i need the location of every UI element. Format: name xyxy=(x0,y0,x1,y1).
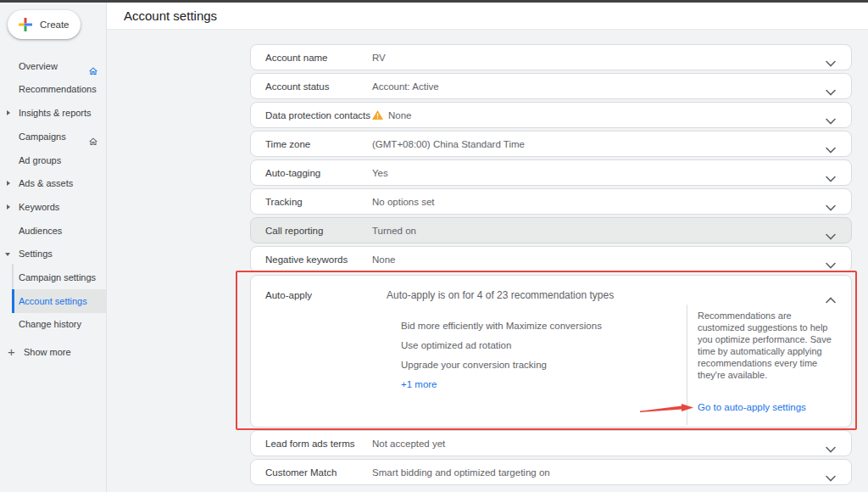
row-value: Smart bidding and optimized targeting on xyxy=(372,467,550,478)
chevron-down-icon[interactable] xyxy=(826,171,836,186)
row-label: Auto-tagging xyxy=(251,168,372,178)
sidebar-item-audiences[interactable]: Audiences xyxy=(0,219,106,243)
row-lead-form-ads-terms[interactable]: Lead form ads terms Not accepted yet xyxy=(250,430,852,456)
more-items-link[interactable]: +1 more xyxy=(401,379,437,389)
row-label: Call reporting xyxy=(251,226,372,236)
sidebar-item-campaign-settings[interactable]: Campaign settings xyxy=(0,266,106,289)
row-value: None xyxy=(372,254,396,265)
chevron-down-icon[interactable] xyxy=(826,142,836,157)
row-label: Lead form ads terms xyxy=(251,439,372,449)
row-value: (GMT+08:00) China Standard Time xyxy=(372,139,525,149)
sidebar-item-label: Campaign settings xyxy=(19,272,96,282)
row-account-name[interactable]: Account name RV xyxy=(250,44,852,70)
row-auto-tagging[interactable]: Auto-tagging Yes xyxy=(250,159,852,186)
row-customer-match[interactable]: Customer Match Smart bidding and optimiz… xyxy=(250,459,852,485)
sidebar-item-label: Insights & reports xyxy=(19,108,92,118)
sidebar-item-campaigns[interactable]: Campaigns xyxy=(0,125,106,148)
chevron-up-icon[interactable] xyxy=(826,292,836,307)
plus-icon: + xyxy=(8,340,15,364)
row-auto-apply-expanded[interactable]: Auto-apply Auto-apply is on for 4 of 23 … xyxy=(250,275,852,428)
row-value: Account: Active xyxy=(372,81,439,92)
chevron-down-icon[interactable] xyxy=(826,228,836,243)
sidebar: Create Overview Recommendations Insights… xyxy=(0,3,107,492)
sidebar-item-label: Overview xyxy=(19,61,58,71)
create-plus-icon xyxy=(19,18,32,31)
chevron-down-icon[interactable] xyxy=(826,257,836,272)
sidebar-item-label: Settings xyxy=(19,249,53,259)
sidebar-item-label: Campaigns xyxy=(19,131,66,142)
page-header: Account settings xyxy=(107,3,868,30)
sidebar-item-label: Keywords xyxy=(19,202,59,212)
row-value: Yes xyxy=(372,168,388,178)
go-to-auto-apply-settings-link[interactable]: Go to auto-apply settings xyxy=(698,402,806,412)
page-title: Account settings xyxy=(107,3,868,30)
row-value: RV xyxy=(372,53,386,63)
row-label: Time zone xyxy=(251,139,372,149)
sidebar-item-label: Ads & assets xyxy=(19,178,73,188)
top-edge-strip xyxy=(0,0,868,3)
auto-apply-description: Recommendations are customized suggestio… xyxy=(698,310,838,381)
row-value: None xyxy=(372,110,412,120)
row-value: No options set xyxy=(372,197,435,207)
sidebar-item-label: Ad groups xyxy=(19,155,61,165)
chevron-down-icon[interactable] xyxy=(826,470,836,485)
row-label: Negative keywords xyxy=(251,254,372,265)
row-label: Customer Match xyxy=(251,467,372,478)
sidebar-item-keywords[interactable]: Keywords xyxy=(0,195,106,219)
sidebar-item-label: Audiences xyxy=(19,226,62,236)
row-label: Auto-apply xyxy=(265,290,312,300)
row-data-protection-contacts[interactable]: Data protection contacts None xyxy=(250,102,852,128)
create-button[interactable]: Create xyxy=(8,10,81,39)
auto-apply-item: Upgrade your conversion tracking xyxy=(401,359,547,371)
sidebar-item-ads-assets[interactable]: Ads & assets xyxy=(0,171,106,195)
sidebar-item-settings[interactable]: Settings xyxy=(0,242,106,266)
sidebar-item-label: Change history xyxy=(19,319,81,329)
expand-down-icon xyxy=(5,253,10,256)
chevron-down-icon[interactable] xyxy=(826,55,836,70)
chevron-down-icon[interactable] xyxy=(826,84,836,99)
row-account-status[interactable]: Account status Account: Active xyxy=(250,73,852,99)
chevron-down-icon[interactable] xyxy=(826,113,836,128)
row-value: Not accepted yet xyxy=(372,439,445,449)
vertical-divider xyxy=(687,305,687,425)
chevron-down-icon[interactable] xyxy=(826,441,836,456)
row-time-zone[interactable]: Time zone (GMT+08:00) China Standard Tim… xyxy=(250,131,852,157)
sidebar-item-label: Recommendations xyxy=(19,84,97,94)
auto-apply-item: Use optimized ad rotation xyxy=(401,339,511,351)
row-label: Data protection contacts xyxy=(251,110,372,120)
auto-apply-item: Bid more efficiently with Maximize conve… xyxy=(401,320,602,332)
sidebar-item-ad-groups[interactable]: Ad groups xyxy=(0,148,106,172)
auto-apply-summary: Auto-apply is on for 4 of 23 recommendat… xyxy=(387,289,614,301)
row-label: Tracking xyxy=(251,197,372,207)
settings-accordion: Account name RV Account status Account: … xyxy=(250,44,852,488)
sidebar-item-insights-reports[interactable]: Insights & reports xyxy=(0,101,106,125)
sidebar-item-label: Account settings xyxy=(19,296,87,306)
row-tracking[interactable]: Tracking No options set xyxy=(250,188,852,215)
row-label: Account name xyxy=(251,53,372,63)
expand-right-icon xyxy=(7,181,10,186)
sidebar-item-overview[interactable]: Overview xyxy=(0,54,106,78)
row-label: Account status xyxy=(251,81,372,92)
expand-right-icon xyxy=(7,204,10,210)
sidebar-item-account-settings[interactable]: Account settings xyxy=(12,289,106,313)
expand-right-icon xyxy=(7,110,10,115)
row-value: Turned on xyxy=(372,226,416,236)
warning-icon xyxy=(372,110,383,120)
show-more-button[interactable]: + Show more xyxy=(0,340,106,364)
sidebar-item-recommendations[interactable]: Recommendations xyxy=(0,77,106,101)
row-negative-keywords[interactable]: Negative keywords None xyxy=(250,246,852,272)
row-call-reporting[interactable]: Call reporting Turned on xyxy=(250,217,852,243)
chevron-down-icon[interactable] xyxy=(826,199,836,215)
create-button-label: Create xyxy=(40,20,70,30)
sidebar-item-change-history[interactable]: Change history xyxy=(0,312,106,336)
